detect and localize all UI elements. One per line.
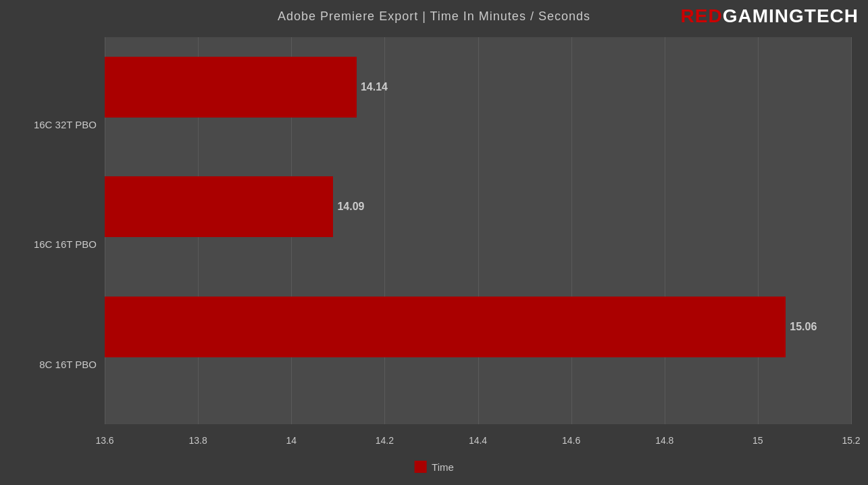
y-label-0: 16C 32T PBO (34, 118, 97, 130)
bar-value-0: 14.14 (361, 57, 388, 118)
bar-value-1: 14.09 (337, 176, 364, 237)
x-label-3: 14.2 (376, 435, 394, 446)
bar-1 (105, 176, 333, 237)
x-label-1: 13.8 (189, 435, 207, 446)
x-label-6: 14.8 (655, 435, 673, 446)
grid-line (571, 37, 572, 424)
x-label-5: 14.6 (562, 435, 580, 446)
grid-line (478, 37, 479, 424)
x-label-0: 13.6 (95, 435, 113, 446)
chart-container: Adobe Premiere Export | Time In Minutes … (0, 0, 868, 485)
logo-white: GAMINGTECH (723, 5, 859, 26)
grid-line (665, 37, 665, 424)
y-label-2: 8C 16T PBO (39, 358, 97, 369)
bar-0 (105, 57, 357, 118)
grid-line (851, 37, 852, 424)
x-label-2: 14 (286, 435, 297, 446)
legend-color-box (414, 461, 426, 473)
grid-line (758, 37, 759, 424)
bar-value-2: 15.06 (790, 297, 817, 357)
y-axis-labels: 16C 32T PBO16C 16T PBO8C 16T PBO (0, 37, 105, 424)
logo: REDGAMINGTECH (681, 5, 859, 27)
logo-red: RED (681, 5, 723, 26)
legend: Time (414, 461, 454, 473)
legend-label: Time (432, 461, 454, 473)
bar-2 (105, 297, 786, 357)
x-label-8: 15.2 (842, 435, 860, 446)
x-axis-labels: 13.613.81414.214.414.614.81515.2 (105, 426, 851, 446)
chart-area: 14.1414.0915.06 (105, 37, 851, 424)
y-label-1: 16C 16T PBO (34, 238, 97, 250)
x-label-4: 14.4 (469, 435, 487, 446)
x-label-7: 15 (752, 435, 763, 446)
